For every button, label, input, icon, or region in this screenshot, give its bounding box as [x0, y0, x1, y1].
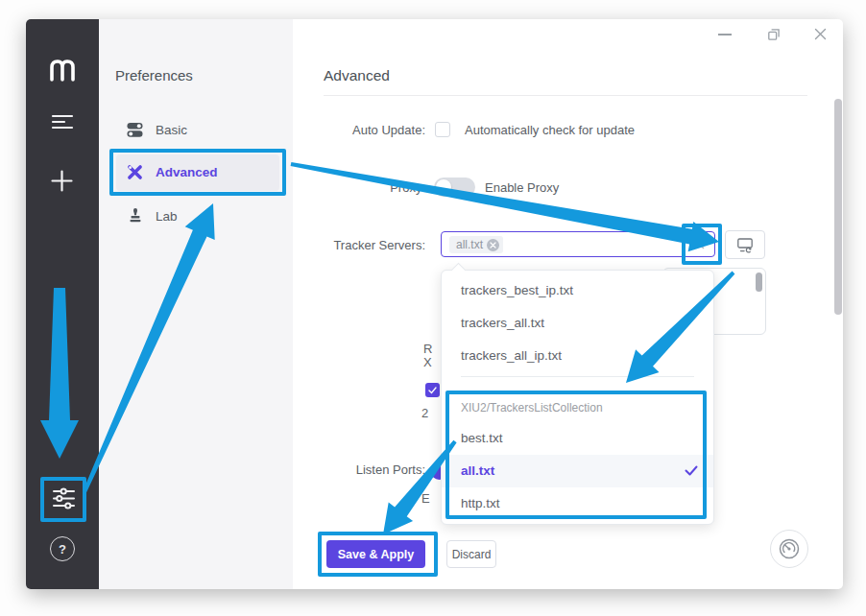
discard-button[interactable]: Discard	[446, 540, 496, 568]
task-list-icon[interactable]	[51, 112, 74, 131]
toggles-icon	[127, 122, 143, 138]
preferences-nav-panel	[99, 19, 293, 589]
dropdown-item[interactable]: trackers_all_ip.txt	[442, 340, 713, 372]
sync-trackers-button[interactable]	[725, 230, 765, 259]
help-icon[interactable]: ?	[50, 536, 75, 561]
close-icon[interactable]	[813, 27, 828, 41]
sidebar-item-label: Basic	[156, 123, 187, 137]
auto-update-checkbox[interactable]	[435, 122, 450, 137]
title-divider	[324, 95, 807, 96]
proxy-option: Enable Proxy	[485, 180, 559, 195]
help-glyph: ?	[59, 542, 66, 557]
sync-icon	[736, 237, 754, 253]
obscured-text-fragment: X	[423, 355, 432, 369]
annotation-box-tracker-group	[445, 391, 707, 519]
maximize-icon[interactable]	[767, 28, 781, 41]
annotation-box-preferences-icon	[40, 477, 86, 522]
obscured-checked-checkbox	[425, 383, 440, 397]
dropdown-item[interactable]: trackers_best_ip.txt	[442, 274, 713, 307]
annotation-box-chevron	[682, 224, 722, 265]
nav-title: Preferences	[115, 67, 193, 83]
screenshot-stage: ? Preferences Basic Advanced Lab Advance…	[0, 0, 866, 616]
selected-tag: all.txt	[449, 236, 503, 253]
add-task-icon[interactable]	[51, 170, 73, 192]
textarea-scrollbar-thumb[interactable]	[756, 272, 762, 292]
sidebar-item-lab[interactable]: Lab	[109, 201, 282, 232]
tag-label: all.txt	[456, 238, 483, 251]
annotation-box-save-button	[318, 532, 438, 577]
tracker-servers-select[interactable]: all.txt	[441, 231, 715, 257]
toggle-knob	[436, 179, 451, 195]
annotation-box-advanced-nav	[109, 149, 286, 196]
tracker-servers-label: Tracker Servers:	[288, 238, 425, 252]
obscured-text-fragment: 2	[421, 406, 428, 420]
dropdown-item[interactable]: trackers_all.txt	[442, 307, 713, 340]
minimize-button[interactable]	[718, 34, 732, 36]
speed-gauge-button[interactable]	[770, 530, 808, 568]
tag-remove-icon[interactable]	[487, 239, 499, 251]
auto-update-option[interactable]: Automatically check for update	[465, 123, 635, 137]
obscured-text-fragment: R	[423, 342, 432, 356]
proxy-toggle[interactable]	[434, 178, 475, 197]
gauge-icon	[777, 536, 802, 561]
auto-update-label: Auto Update:	[288, 123, 425, 137]
dropdown-divider	[461, 376, 694, 377]
lab-icon	[128, 207, 143, 224]
obscured-text-fragment: E	[421, 491, 430, 506]
motrix-logo-icon	[48, 59, 77, 82]
listen-ports-label: Listen Ports:	[288, 462, 425, 477]
sidebar-item-label: Lab	[156, 209, 178, 224]
sidebar-item-basic[interactable]: Basic	[109, 115, 282, 146]
proxy-label: Proxy:	[288, 180, 425, 195]
main-scrollbar-thumb[interactable]	[834, 99, 842, 315]
page-title: Advanced	[324, 67, 390, 84]
